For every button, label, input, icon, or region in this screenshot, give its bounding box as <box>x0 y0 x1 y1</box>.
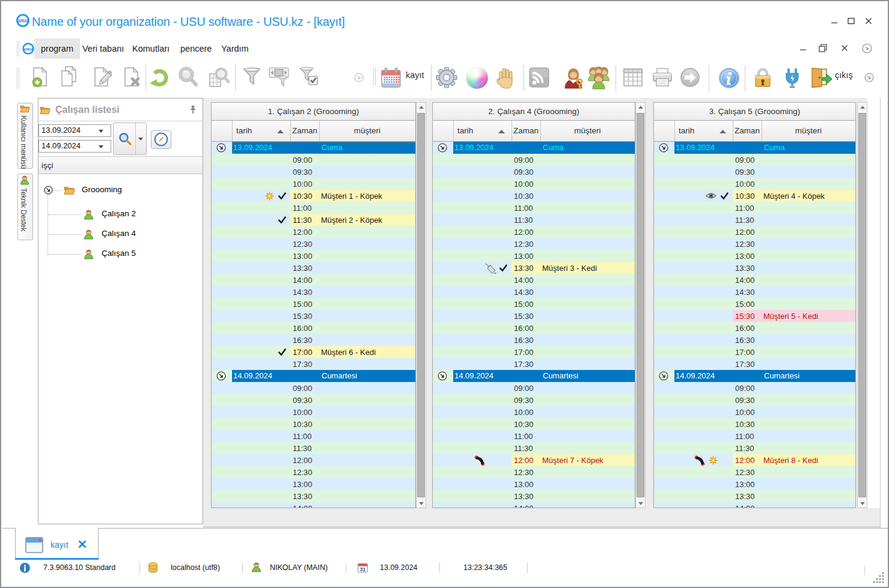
svg-text:usu: usu <box>18 17 28 23</box>
svg-text:usu: usu <box>24 46 32 52</box>
svg-text:31: 31 <box>360 566 366 572</box>
